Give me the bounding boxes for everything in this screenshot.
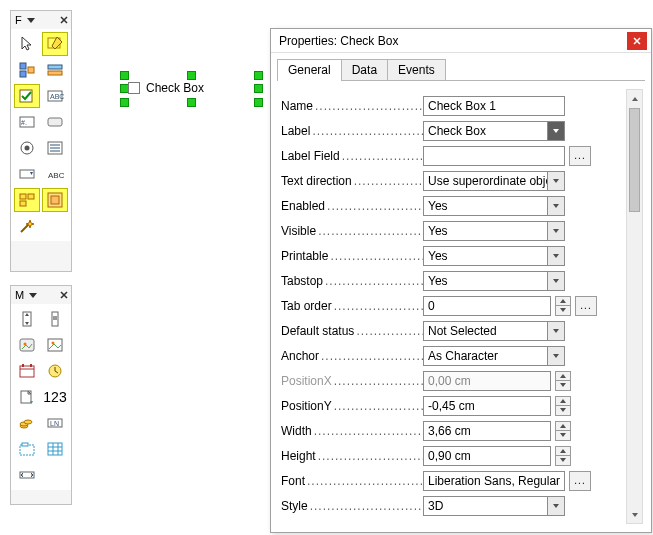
dropdown-button[interactable] xyxy=(547,322,564,340)
time-field-tool-button[interactable] xyxy=(42,359,68,383)
spin-down-button[interactable] xyxy=(555,406,571,416)
formatted-field-button[interactable]: #. xyxy=(14,110,40,134)
form-prop-button[interactable] xyxy=(14,58,40,82)
vertical-scrollbar[interactable] xyxy=(626,89,643,524)
defaultStatus-row: Default statusNot Selected xyxy=(281,318,623,343)
spin-up-button[interactable] xyxy=(555,296,571,307)
text-box-tool-button[interactable]: ABC xyxy=(42,84,68,108)
scroll-down-button[interactable] xyxy=(627,506,642,523)
resize-handle[interactable] xyxy=(187,98,196,107)
numeric-field-tool-button[interactable]: 123 xyxy=(42,385,68,409)
group-box-tool-button[interactable] xyxy=(14,437,40,461)
tab-general[interactable]: General xyxy=(277,59,342,81)
dropdown-button[interactable] xyxy=(547,272,564,290)
select-tool-button[interactable] xyxy=(14,32,40,56)
spinner[interactable] xyxy=(555,446,571,466)
anchor-label: Anchor xyxy=(281,349,423,363)
design-mode-button[interactable] xyxy=(42,32,68,56)
browse-button[interactable]: ... xyxy=(569,471,591,491)
toolbar-title: F xyxy=(13,14,24,26)
labelField-label: Label Field xyxy=(281,149,423,163)
checkbox-square-icon xyxy=(128,82,140,94)
spinner[interactable] xyxy=(555,396,571,416)
close-icon[interactable] xyxy=(59,15,69,25)
combo-box[interactable]: Yes xyxy=(423,221,565,241)
wizards-button[interactable] xyxy=(14,214,40,238)
spinner[interactable] xyxy=(555,296,571,316)
spin-down-button[interactable] xyxy=(555,456,571,466)
dropdown-button[interactable] xyxy=(547,122,564,140)
option-button-tool-button[interactable] xyxy=(14,136,40,160)
height-input[interactable] xyxy=(423,446,551,466)
dropdown-button[interactable] xyxy=(547,197,564,215)
combo-box[interactable]: Check Box xyxy=(423,121,565,141)
dropdown-button[interactable] xyxy=(547,172,564,190)
name-input[interactable] xyxy=(423,96,565,116)
spinner[interactable] xyxy=(555,371,571,391)
spin-up-button[interactable] xyxy=(555,396,571,407)
more-controls-button[interactable] xyxy=(14,188,40,212)
control-prop-button[interactable] xyxy=(42,58,68,82)
resize-handle[interactable] xyxy=(254,98,263,107)
dropdown-button[interactable] xyxy=(547,222,564,240)
dropdown-button[interactable] xyxy=(547,347,564,365)
dropdown-button[interactable] xyxy=(547,497,564,515)
browse-button[interactable]: ... xyxy=(575,296,597,316)
combo-box[interactable]: Yes xyxy=(423,271,565,291)
browse-button[interactable]: ... xyxy=(569,146,591,166)
combo-box[interactable]: Not Selected xyxy=(423,321,565,341)
spin-button-tool-button[interactable] xyxy=(14,307,40,331)
tab-data[interactable]: Data xyxy=(341,59,388,81)
dropdown-icon[interactable] xyxy=(26,15,36,25)
combo-box-tool-button[interactable] xyxy=(14,162,40,186)
spin-down-button[interactable] xyxy=(555,381,571,391)
scrollbar-tool-button[interactable] xyxy=(42,307,68,331)
close-button[interactable] xyxy=(627,32,647,50)
combo-box[interactable]: Yes xyxy=(423,196,565,216)
currency-field-tool-button[interactable] xyxy=(14,411,40,435)
combo-box[interactable]: Yes xyxy=(423,246,565,266)
navigation-bar-tool-button[interactable] xyxy=(14,463,40,487)
font-input[interactable] xyxy=(423,471,565,491)
resize-handle[interactable] xyxy=(254,71,263,80)
pattern-field-tool-button[interactable]: LN xyxy=(42,411,68,435)
resize-handle[interactable] xyxy=(254,84,263,93)
table-control-tool-button[interactable] xyxy=(42,437,68,461)
combo-box[interactable]: 3D xyxy=(423,496,565,516)
width-input[interactable] xyxy=(423,421,551,441)
tabOrder-input[interactable] xyxy=(423,296,551,316)
scroll-thumb[interactable] xyxy=(629,108,640,212)
spin-up-button[interactable] xyxy=(555,371,571,382)
check-box-tool-button[interactable] xyxy=(14,84,40,108)
spinner[interactable] xyxy=(555,421,571,441)
image-control-tool-button[interactable] xyxy=(42,333,68,357)
file-selection-tool-button[interactable] xyxy=(14,385,40,409)
posY-input[interactable] xyxy=(423,396,551,416)
close-icon[interactable] xyxy=(59,290,69,300)
spin-up-button[interactable] xyxy=(555,421,571,432)
toolbar-header[interactable]: F xyxy=(11,11,71,29)
spin-down-button[interactable] xyxy=(555,306,571,316)
dropdown-button[interactable] xyxy=(547,247,564,265)
image-button-tool-button[interactable] xyxy=(14,333,40,357)
toolbar-header[interactable]: M xyxy=(11,286,71,304)
label-field-tool-button[interactable]: ABC xyxy=(42,162,68,186)
spin-down-button[interactable] xyxy=(555,431,571,441)
list-box-tool-button[interactable] xyxy=(42,136,68,160)
combo-box[interactable]: As Character xyxy=(423,346,565,366)
resize-handle[interactable] xyxy=(120,98,129,107)
date-field-tool-button[interactable] xyxy=(14,359,40,383)
combo-box[interactable]: Use superordinate object se xyxy=(423,171,565,191)
resize-handle[interactable] xyxy=(120,71,129,80)
resize-handle[interactable] xyxy=(187,71,196,80)
spin-up-button[interactable] xyxy=(555,446,571,457)
form-design-button[interactable] xyxy=(42,188,68,212)
labelField-input[interactable] xyxy=(423,146,565,166)
selected-control-checkbox[interactable]: Check Box xyxy=(124,75,259,103)
scroll-up-button[interactable] xyxy=(627,90,642,107)
svg-point-13 xyxy=(25,146,30,151)
svg-rect-1 xyxy=(20,63,26,69)
tab-events[interactable]: Events xyxy=(387,59,446,81)
push-button-tool-button[interactable] xyxy=(42,110,68,134)
dropdown-icon[interactable] xyxy=(28,290,38,300)
